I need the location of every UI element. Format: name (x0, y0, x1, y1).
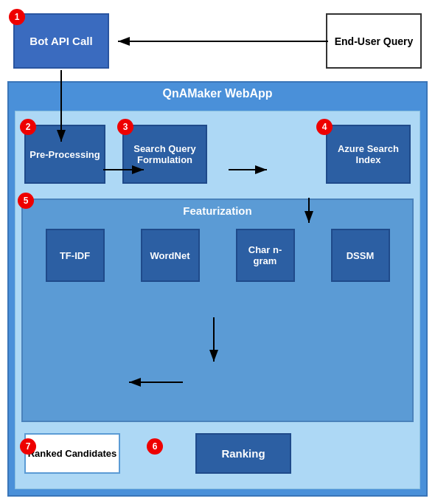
ranked-candidates-box: Ranked Candidates (24, 433, 120, 474)
search-query-box: Search Query Formulation (122, 125, 207, 184)
tfidf-box: TF-IDF (46, 229, 105, 282)
azure-search-label: Azure Search Index (327, 143, 409, 165)
end-user-box: End-User Query (326, 13, 422, 69)
featurization-label: Featurization (23, 200, 412, 220)
webapp-container: QnAMaker WebApp 2 Pre-Processing 3 Searc… (7, 81, 428, 497)
ranking-label: Ranking (221, 447, 265, 460)
bot-api-label: Bot API Call (29, 35, 92, 47)
badge-1: 1 (9, 9, 25, 25)
badge-3: 3 (117, 119, 133, 135)
azure-search-box: Azure Search Index (326, 125, 411, 184)
badge-4: 4 (316, 119, 333, 135)
badge-7: 7 (20, 438, 36, 455)
tfidf-label: TF-IDF (60, 250, 90, 261)
inner-container: 2 Pre-Processing 3 Search Query Formulat… (15, 111, 420, 489)
ranking-box: Ranking (195, 433, 291, 474)
pre-processing-label: Pre-Processing (29, 149, 100, 160)
badge-6: 6 (147, 438, 163, 455)
wordnet-label: WordNet (150, 250, 190, 261)
char-ngram-label: Char n-gram (237, 244, 293, 266)
dssm-box: DSSM (331, 229, 390, 282)
diagram-container: Bot API Call End-User Query 1 QnAMaker W… (0, 0, 435, 504)
bot-api-box: Bot API Call (13, 13, 109, 69)
wordnet-box: WordNet (141, 229, 200, 282)
char-ngram-box: Char n-gram (236, 229, 295, 282)
dssm-label: DSSM (347, 250, 375, 261)
webapp-label: QnAMaker WebApp (9, 83, 426, 103)
ranked-candidates-label: Ranked Candidates (28, 448, 117, 459)
featurization-section: Featurization TF-IDF WordNet Char n-gram… (21, 199, 414, 422)
search-query-label: Search Query Formulation (124, 143, 206, 165)
badge-2: 2 (20, 119, 36, 135)
end-user-label: End-User Query (335, 35, 414, 47)
badge-5: 5 (18, 193, 34, 209)
feat-boxes-row: TF-IDF WordNet Char n-gram DSSM (23, 223, 412, 288)
pre-processing-box: Pre-Processing (24, 125, 105, 184)
